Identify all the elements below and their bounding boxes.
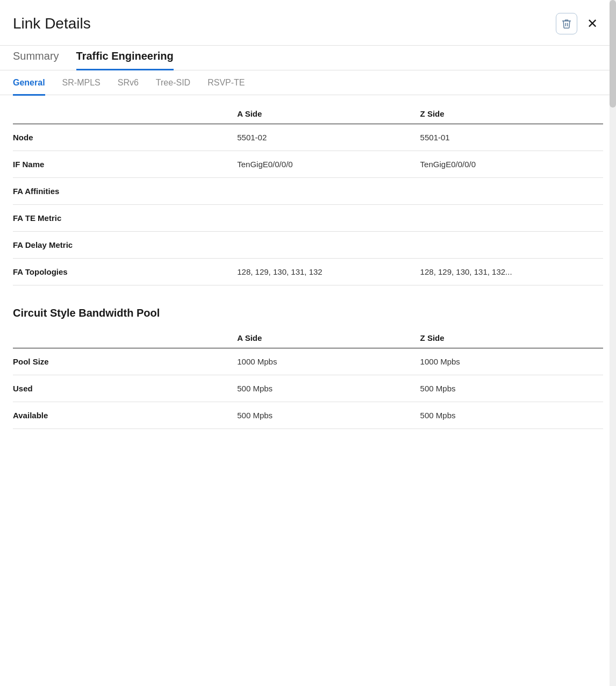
row-a-side: 128, 129, 130, 131, 132 [237,259,420,285]
bandwidth-section-title: Circuit Style Bandwidth Pool [13,307,603,319]
bw-col-label [13,328,237,348]
row-z-side: 5501-01 [420,124,603,151]
sub-tab-srv6[interactable]: SRv6 [118,73,139,96]
row-label: IF Name [13,151,237,178]
col-a-side: A Side [237,104,420,124]
main-table: A Side Z Side Node 5501-02 5501-01 IF Na… [13,104,603,285]
row-a-side [237,178,420,205]
scrollbar-thumb[interactable] [610,0,616,108]
delete-button[interactable] [556,13,577,34]
row-a-side: 5501-02 [237,124,420,151]
table-row: FA TE Metric [13,205,603,232]
row-z-side: 500 Mpbs [420,375,603,402]
row-a-side [237,205,420,232]
table-row: FA Topologies 128, 129, 130, 131, 132 12… [13,259,603,285]
row-label: FA Affinities [13,178,237,205]
row-z-side [420,178,603,205]
col-z-side: Z Side [420,104,603,124]
table-row: FA Delay Metric [13,232,603,259]
sub-tab-rsvp-te[interactable]: RSVP-TE [207,73,245,96]
row-z-side: 500 Mpbs [420,402,603,429]
close-button[interactable]: ✕ [582,13,603,34]
row-label: Available [13,402,237,429]
row-z-side: TenGigE0/0/0/0 [420,151,603,178]
tab-traffic-engineering[interactable]: Traffic Engineering [76,46,174,70]
table-row: FA Affinities [13,178,603,205]
row-a-side: 500 Mpbs [237,375,420,402]
bw-col-a-side: A Side [237,328,420,348]
sub-tab-general[interactable]: General [13,73,45,96]
bw-col-z-side: Z Side [420,328,603,348]
row-a-side: TenGigE0/0/0/0 [237,151,420,178]
sub-tabs: General SR-MPLS SRv6 Tree-SID RSVP-TE [0,73,616,96]
row-a-side: 1000 Mpbs [237,348,420,375]
row-z-side: 128, 129, 130, 131, 132... [420,259,603,285]
row-label: Pool Size [13,348,237,375]
row-z-side [420,232,603,259]
link-details-panel: Link Details ✕ Summary Traffic Engineeri… [0,0,616,686]
row-a-side [237,232,420,259]
col-label [13,104,237,124]
table-row: Pool Size 1000 Mpbs 1000 Mpbs [13,348,603,375]
row-label: Node [13,124,237,151]
row-label: FA TE Metric [13,205,237,232]
row-label: FA Delay Metric [13,232,237,259]
row-label: FA Topologies [13,259,237,285]
sub-tab-sr-mpls[interactable]: SR-MPLS [62,73,101,96]
bandwidth-table: A Side Z Side Pool Size 1000 Mpbs 1000 M… [13,328,603,429]
table-row: Used 500 Mpbs 500 Mpbs [13,375,603,402]
panel-header: Link Details ✕ [0,13,616,45]
panel-title: Link Details [13,15,91,32]
table-row: IF Name TenGigE0/0/0/0 TenGigE0/0/0/0 [13,151,603,178]
row-z-side: 1000 Mpbs [420,348,603,375]
row-z-side [420,205,603,232]
panel-actions: ✕ [556,13,603,34]
table-row: Node 5501-02 5501-01 [13,124,603,151]
main-tabs: Summary Traffic Engineering [0,46,616,70]
row-a-side: 500 Mpbs [237,402,420,429]
tab-summary[interactable]: Summary [13,46,59,70]
main-content: A Side Z Side Node 5501-02 5501-01 IF Na… [0,104,616,429]
scrollbar-track[interactable] [610,0,616,686]
table-row: Available 500 Mpbs 500 Mpbs [13,402,603,429]
sub-tab-tree-sid[interactable]: Tree-SID [156,73,190,96]
row-label: Used [13,375,237,402]
